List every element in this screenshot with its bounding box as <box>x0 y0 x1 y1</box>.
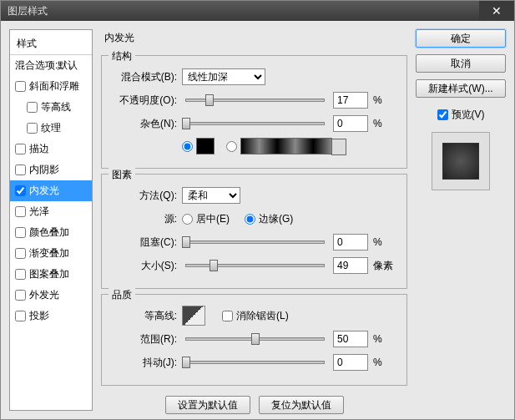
gradient-swatch[interactable] <box>240 138 332 154</box>
source-edge-radio[interactable]: 边缘(G) <box>245 212 293 226</box>
choke-slider[interactable] <box>185 240 325 244</box>
contour-label: 等高线: <box>110 309 177 323</box>
size-input[interactable] <box>333 257 368 274</box>
quality-group: 品质 等高线: 消除锯齿(L) 范围(R): % 抖动(J): % <box>101 294 407 386</box>
set-default-button[interactable]: 设置为默认值 <box>165 396 250 414</box>
size-slider[interactable] <box>185 264 325 267</box>
layer-style-dialog: 图层样式 ✕ 样式 混合选项:默认 斜面和浮雕等高线纹理描边内阴影内发光光泽颜色… <box>0 0 515 420</box>
technique-label: 方法(Q): <box>110 189 177 203</box>
color-radio-gradient[interactable] <box>226 138 332 154</box>
titlebar: 图层样式 ✕ <box>1 1 514 21</box>
antialias-checkbox[interactable]: 消除锯齿(L) <box>222 309 289 323</box>
elements-group: 图素 方法(Q): 柔和 源: 居中(E) 边缘(G) 阻塞(C): % <box>101 174 407 289</box>
style-item-内发光[interactable]: 内发光 <box>10 180 92 201</box>
blend-mode-label: 混合模式(B): <box>110 70 177 84</box>
style-item-图案叠加[interactable]: 图案叠加 <box>10 264 92 285</box>
style-item-投影[interactable]: 投影 <box>10 306 92 326</box>
jitter-label: 抖动(J): <box>110 356 177 370</box>
size-label: 大小(S): <box>110 259 177 273</box>
range-label: 范围(R): <box>110 332 177 347</box>
opacity-label: 不透明度(O): <box>110 94 177 108</box>
reset-default-button[interactable]: 复位为默认值 <box>259 396 344 414</box>
noise-slider[interactable] <box>185 122 325 125</box>
style-item-渐变叠加[interactable]: 渐变叠加 <box>10 243 92 264</box>
style-item-等高线[interactable]: 等高线 <box>10 97 92 118</box>
cancel-button[interactable]: 取消 <box>416 54 506 73</box>
blend-options-item[interactable]: 混合选项:默认 <box>10 55 92 76</box>
style-item-光泽[interactable]: 光泽 <box>10 201 92 222</box>
source-label: 源: <box>110 212 177 226</box>
style-item-外发光[interactable]: 外发光 <box>10 285 92 306</box>
blend-mode-select[interactable]: 线性加深 <box>182 68 265 85</box>
choke-label: 阻塞(C): <box>110 235 177 250</box>
dialog-title: 图层样式 <box>8 4 48 18</box>
choke-input[interactable] <box>333 234 368 250</box>
color-radio-solid[interactable] <box>182 138 215 154</box>
noise-label: 杂色(N): <box>110 117 177 131</box>
range-slider[interactable] <box>185 337 325 341</box>
preview-checkbox[interactable]: 预览(V) <box>416 108 506 122</box>
noise-input[interactable] <box>333 115 368 132</box>
settings-panel: 内发光 结构 混合模式(B): 线性加深 不透明度(O): % 杂色(N): <box>101 29 407 411</box>
source-center-radio[interactable]: 居中(E) <box>182 212 230 226</box>
opacity-input[interactable] <box>333 92 368 109</box>
preview-swatch <box>442 143 479 180</box>
styles-list: 样式 混合选项:默认 斜面和浮雕等高线纹理描边内阴影内发光光泽颜色叠加渐变叠加图… <box>9 29 93 411</box>
ok-button[interactable]: 确定 <box>416 29 506 48</box>
style-item-内阴影[interactable]: 内阴影 <box>10 159 92 180</box>
range-input[interactable] <box>333 331 368 347</box>
styles-header: 样式 <box>10 33 92 55</box>
color-swatch[interactable] <box>196 138 215 154</box>
style-item-纹理[interactable]: 纹理 <box>10 118 92 139</box>
style-item-描边[interactable]: 描边 <box>10 139 92 159</box>
technique-select[interactable]: 柔和 <box>182 187 240 204</box>
jitter-input[interactable] <box>333 354 368 371</box>
panel-title: 内发光 <box>101 29 407 50</box>
close-button[interactable]: ✕ <box>479 1 514 21</box>
jitter-slider[interactable] <box>185 361 325 364</box>
contour-picker[interactable] <box>182 306 205 326</box>
style-item-斜面和浮雕[interactable]: 斜面和浮雕 <box>10 76 92 97</box>
style-item-颜色叠加[interactable]: 颜色叠加 <box>10 222 92 243</box>
opacity-slider[interactable] <box>185 99 325 102</box>
preview-box <box>432 132 490 190</box>
structure-group: 结构 混合模式(B): 线性加深 不透明度(O): % 杂色(N): % <box>101 55 407 169</box>
action-panel: 确定 取消 新建样式(W)... 预览(V) <box>416 29 506 411</box>
new-style-button[interactable]: 新建样式(W)... <box>416 79 506 98</box>
